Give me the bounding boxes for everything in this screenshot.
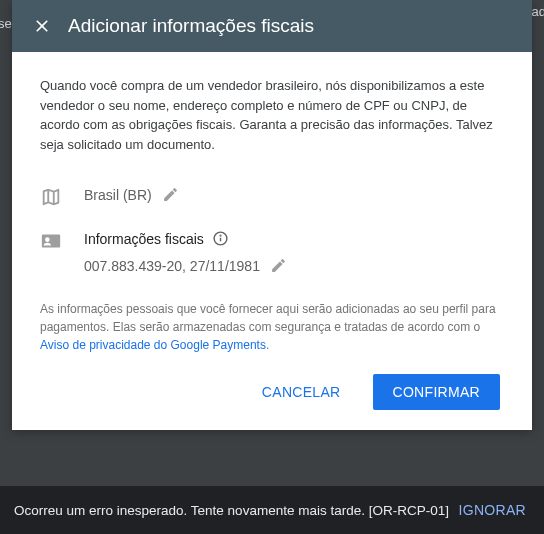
intro-text: Quando você compra de um vendedor brasil… (40, 76, 504, 154)
tax-info-value: 007.883.439-20, 27/11/1981 (84, 258, 260, 274)
edit-tax-button[interactable] (270, 257, 287, 274)
cancel-button[interactable]: CANCELAR (242, 374, 361, 410)
dialog-header: Adicionar informações fiscais (12, 0, 532, 52)
privacy-link[interactable]: Aviso de privacidade do Google Payments (40, 338, 266, 352)
privacy-suffix: . (266, 338, 269, 352)
info-icon[interactable] (212, 230, 229, 247)
close-icon (32, 16, 52, 36)
dialog-body: Quando você compra de um vendedor brasil… (12, 52, 532, 430)
error-snackbar: Ocorreu um erro inesperado. Tente novame… (0, 486, 544, 534)
snackbar-message: Ocorreu um erro inesperado. Tente novame… (14, 503, 455, 518)
edit-country-button[interactable] (162, 186, 179, 203)
close-button[interactable] (24, 8, 60, 44)
map-icon (40, 186, 64, 210)
dialog-actions: CANCELAR CONFIRMAR (40, 374, 504, 410)
confirm-button[interactable]: CONFIRMAR (373, 374, 500, 410)
id-card-icon (40, 230, 64, 254)
privacy-prefix: As informações pessoais que você fornece… (40, 302, 496, 334)
svg-point-2 (220, 235, 221, 236)
country-field: Brasil (BR) (40, 186, 504, 210)
pencil-icon (270, 257, 287, 274)
snackbar-dismiss-button[interactable]: IGNORAR (455, 494, 530, 526)
country-value: Brasil (BR) (84, 187, 152, 203)
pencil-icon (162, 186, 179, 203)
tax-info-field: Informações fiscais 007.883.439-20, 27/1… (40, 230, 504, 274)
privacy-footer: As informações pessoais que você fornece… (40, 300, 504, 354)
background-fragment-left: se (0, 16, 12, 31)
tax-info-dialog: Adicionar informações fiscais Quando voc… (12, 0, 532, 430)
tax-info-label: Informações fiscais (84, 231, 204, 247)
dialog-title: Adicionar informações fiscais (68, 15, 314, 37)
